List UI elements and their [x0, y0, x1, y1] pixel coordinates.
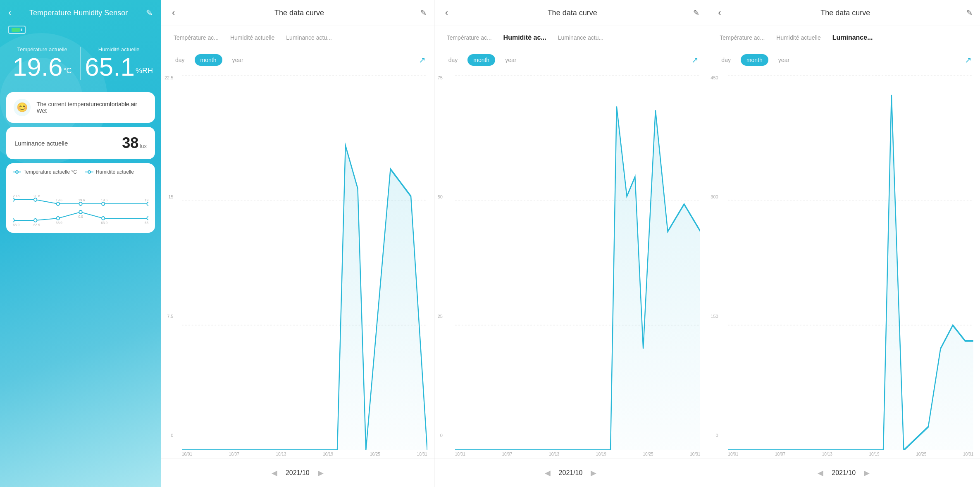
panel1-tab-month[interactable]: month — [195, 54, 222, 66]
temp-value: 19.6 — [13, 53, 63, 81]
comfort-card: 😊 The current temperaturecomfortable,air… — [6, 92, 155, 123]
svg-point-17 — [147, 217, 148, 220]
panel3-tab-luminance[interactable]: Luminance... — [827, 31, 879, 44]
panel1-header: ‹ The data curve ✎ — [161, 0, 434, 26]
svg-text:19.6: 19.6 — [145, 198, 148, 202]
panel1-time-selector: day month year ↗ — [161, 49, 434, 71]
svg-point-5 — [147, 202, 148, 205]
panel1-next-btn[interactable]: ▶ — [318, 468, 324, 477]
panel2-time-selector: day month year ↗ — [434, 49, 707, 71]
panel-luminance: ‹ The data curve ✎ Température ac... Hum… — [707, 0, 980, 487]
panel1-y1: 0 — [171, 433, 173, 438]
panel3-y3: 300 — [711, 194, 718, 199]
device-title: Temperature Humidity Sensor — [29, 9, 128, 17]
panel3-x2: 10/07 — [775, 452, 785, 456]
panel1-y2: 7.5 — [167, 314, 173, 319]
panel2-tab-row: Température ac... Humidité ac... Luminan… — [434, 26, 707, 49]
panel1-edit-icon[interactable]: ✎ — [420, 8, 427, 17]
panel3-tab-month[interactable]: month — [741, 54, 768, 66]
panel3-tab-year[interactable]: year — [773, 54, 795, 66]
panel3-x3: 10/13 — [822, 452, 832, 456]
panel2-x5: 10/25 — [643, 452, 653, 456]
panel2-edit-icon[interactable]: ✎ — [693, 8, 699, 17]
panel1-x3: 10/13 — [276, 452, 286, 456]
panel3-tab-temperature[interactable]: Température ac... — [714, 32, 770, 43]
legend-row: Température actuelle °C Humidité actuell… — [13, 169, 148, 175]
svg-marker-28 — [182, 146, 427, 450]
svg-point-15 — [79, 210, 82, 214]
panel3-tab-humidity[interactable]: Humidité actuelle — [770, 32, 826, 43]
panel2-tab-luminance[interactable]: Luminance actu... — [552, 32, 610, 43]
panel2-next-btn[interactable]: ▶ — [591, 468, 596, 477]
panel3-y4: 450 — [711, 75, 718, 80]
panel2-x3: 10/13 — [549, 452, 559, 456]
back-icon[interactable]: ‹ — [8, 7, 11, 18]
panel-temperature: ‹ The data curve ✎ Température ac... Hum… — [161, 0, 434, 487]
panel3-x1: 10/01 — [728, 452, 738, 456]
panel1-footer: ◀ 2021/10 ▶ — [161, 458, 434, 487]
luminance-unit: lux — [140, 143, 147, 149]
legend-temp: Température actuelle °C — [13, 169, 77, 175]
panel3-tab-day[interactable]: day — [715, 54, 737, 66]
svg-text:19.6: 19.6 — [56, 198, 62, 202]
humidity-unit: %RH — [136, 67, 153, 75]
svg-marker-33 — [455, 107, 701, 450]
panel3-edit-icon[interactable]: ✎ — [966, 8, 973, 17]
panel1-y-axis: 22.5 15 7.5 0 — [165, 75, 173, 438]
svg-text:19.6: 19.6 — [101, 198, 107, 202]
legend-temp-dot — [15, 170, 19, 174]
battery-area — [0, 22, 161, 34]
panel3-prev-btn[interactable]: ◀ — [818, 468, 823, 477]
panel2-y4: 75 — [438, 75, 443, 80]
panel2-export-icon[interactable]: ↗ — [691, 55, 699, 65]
panel1-x1: 10/01 — [182, 452, 192, 456]
panel2-tab-humidity[interactable]: Humidité ac... — [498, 31, 552, 44]
svg-point-14 — [57, 217, 60, 220]
panel2-header: ‹ The data curve ✎ — [434, 0, 707, 26]
panel1-x6: 10/31 — [417, 452, 427, 456]
legend-humid-line — [85, 172, 93, 172]
svg-point-2 — [57, 202, 60, 205]
svg-point-3 — [79, 202, 82, 205]
panel2-tab-day[interactable]: day — [443, 54, 464, 66]
panel3-next-btn[interactable]: ▶ — [864, 468, 870, 477]
panel1-y4: 22.5 — [165, 75, 173, 80]
svg-point-13 — [34, 219, 37, 222]
svg-point-1 — [34, 198, 37, 201]
humidity-value-row: 65.1%RH — [85, 54, 153, 80]
panel1-tab-year[interactable]: year — [227, 54, 249, 66]
battery-tip — [21, 29, 22, 31]
svg-text:20.8: 20.8 — [13, 194, 19, 198]
svg-text:66.7: 66.7 — [145, 221, 148, 225]
panel2-prev-btn[interactable]: ◀ — [545, 468, 551, 477]
panel1-tab-luminance[interactable]: Luminance actu... — [280, 32, 338, 43]
panel3-time-selector: day month year ↗ — [707, 49, 980, 71]
panel3-x6: 10/31 — [963, 452, 973, 456]
panel1-prev-btn[interactable]: ◀ — [272, 468, 277, 477]
panel3-export-icon[interactable]: ↗ — [965, 55, 972, 65]
edit-icon[interactable]: ✎ — [146, 8, 153, 18]
luminance-label: Luminance actuelle — [14, 140, 68, 147]
svg-text:63.9: 63.9 — [56, 221, 62, 225]
humidity-value: 65.1 — [85, 53, 135, 81]
panel3-y1: 0 — [716, 433, 718, 438]
panel2-x4: 10/19 — [596, 452, 606, 456]
panel2-tab-temperature[interactable]: Température ac... — [441, 32, 498, 43]
panel1-back-icon[interactable]: ‹ — [169, 6, 178, 20]
panel1-export-icon[interactable]: ↗ — [419, 55, 426, 65]
panel2-tab-month[interactable]: month — [467, 54, 495, 66]
panel1-tab-day[interactable]: day — [169, 54, 191, 66]
panel1-tab-humidity[interactable]: Humidité actuelle — [224, 32, 280, 43]
panel2-tab-year[interactable]: year — [499, 54, 522, 66]
panel3-back-icon[interactable]: ‹ — [715, 6, 724, 20]
panel2-x6: 10/31 — [690, 452, 700, 456]
mini-chart-card: Température actuelle °C Humidité actuell… — [6, 163, 155, 233]
temp-unit: °C — [63, 67, 72, 75]
panel1-x4: 10/19 — [323, 452, 333, 456]
panel1-tab-temperature[interactable]: Température ac... — [168, 32, 224, 43]
svg-text:0.0: 0.0 — [79, 215, 83, 219]
svg-text:63.9: 63.9 — [13, 223, 19, 227]
panel2-back-icon[interactable]: ‹ — [442, 6, 451, 20]
battery-bar — [12, 28, 20, 32]
temp-label: Température actuelle — [17, 46, 67, 53]
